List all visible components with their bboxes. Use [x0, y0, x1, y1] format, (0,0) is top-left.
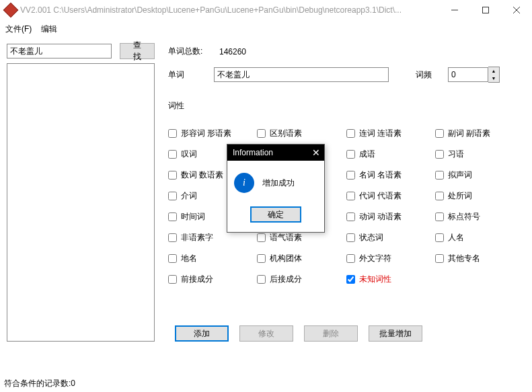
pos-checkbox[interactable]: 人名 [435, 232, 519, 243]
pos-checkbox[interactable]: 地名 [168, 253, 252, 264]
pos-checkbox[interactable]: 机构团体 [257, 253, 340, 264]
pos-checkbox-label: 动词 动语素 [359, 211, 402, 223]
pos-checkbox-label: 叹词 [181, 149, 197, 160]
titlebar: VV2.001 C:\Users\Administrator\Desktop\L… [0, 0, 532, 20]
window-buttons [439, 0, 532, 20]
pos-checkbox-label: 外文字符 [359, 253, 391, 264]
pos-checkbox[interactable]: 动词 动语素 [346, 211, 430, 223]
pos-grid: 形容词 形语素区别语素连词 连语素副词 副语素叹词方位语素成语习语数词 数语素x… [168, 128, 519, 285]
pos-checkbox-label: 未知词性 [359, 274, 391, 285]
pos-checkbox[interactable]: 区别语素 [257, 128, 340, 139]
pos-checkbox-label: 介词 [181, 190, 197, 202]
pos-checkbox-input[interactable] [257, 233, 266, 242]
batch-add-button[interactable]: 批量增加 [369, 325, 422, 342]
pos-checkbox[interactable]: 其他专名 [435, 253, 519, 264]
pos-checkbox[interactable]: 习语 [435, 149, 519, 160]
word-input[interactable] [214, 67, 389, 82]
pos-checkbox[interactable]: 状态词 [346, 232, 430, 243]
pos-checkbox-input[interactable] [168, 129, 177, 138]
pos-checkbox-label: 名词 名语素 [359, 169, 402, 181]
left-panel: 查找 [7, 43, 155, 342]
pos-checkbox-input[interactable] [435, 171, 444, 180]
info-icon: i [234, 173, 254, 193]
pos-checkbox[interactable]: 代词 代语素 [346, 190, 430, 202]
pos-checkbox-input[interactable] [168, 192, 177, 200]
dialog-message: 增加成功 [262, 178, 295, 189]
total-value: 146260 [214, 47, 246, 56]
menubar: 文件(F) 编辑 [0, 20, 532, 38]
menu-file[interactable]: 文件(F) [5, 24, 32, 35]
pos-checkbox-input[interactable] [435, 212, 444, 221]
pos-checkbox-input[interactable] [435, 129, 444, 138]
freq-up-button[interactable]: ▲ [488, 67, 499, 75]
pos-checkbox-label: 代词 代语素 [359, 190, 402, 202]
modify-button[interactable]: 修改 [239, 325, 293, 342]
minimize-button[interactable] [439, 0, 470, 20]
pos-checkbox-label: 后接成分 [270, 274, 302, 285]
pos-checkbox[interactable]: 连词 连语素 [346, 128, 430, 139]
pos-checkbox[interactable]: 副词 副语素 [435, 128, 519, 139]
dialog-close-icon[interactable]: ✕ [312, 147, 320, 158]
pos-checkbox-label: 连词 连语素 [359, 128, 402, 139]
pos-checkbox[interactable]: 名词 名语素 [346, 169, 430, 181]
pos-checkbox[interactable]: 标点符号 [435, 211, 519, 223]
pos-checkbox-label: 时间词 [181, 211, 205, 223]
pos-checkbox[interactable]: 未知词性 [346, 274, 430, 285]
pos-section-label: 词性 [168, 100, 519, 112]
menu-edit[interactable]: 编辑 [41, 24, 57, 35]
pos-checkbox[interactable]: 前接成分 [168, 274, 252, 285]
pos-checkbox[interactable]: 外文字符 [346, 253, 430, 264]
pos-checkbox-input[interactable] [346, 192, 355, 200]
pos-checkbox-label: 区别语素 [270, 128, 302, 139]
svg-rect-1 [483, 7, 489, 13]
pos-checkbox[interactable]: 非语素字 [168, 232, 252, 243]
add-button[interactable]: 添加 [175, 325, 229, 342]
pos-checkbox-input[interactable] [168, 275, 177, 284]
pos-checkbox-input[interactable] [168, 150, 177, 159]
dialog-ok-button[interactable]: 确定 [250, 206, 301, 223]
pos-checkbox-label: 副词 副语素 [448, 128, 490, 139]
pos-checkbox-input[interactable] [346, 275, 355, 284]
freq-label: 词频 [416, 69, 448, 81]
pos-checkbox[interactable]: 处所词 [435, 190, 519, 202]
pos-checkbox-input[interactable] [435, 192, 444, 200]
pos-checkbox-input[interactable] [435, 233, 444, 242]
pos-checkbox-input[interactable] [346, 212, 355, 221]
pos-checkbox-label: 地名 [181, 253, 197, 264]
freq-input[interactable] [448, 67, 488, 82]
pos-checkbox-input[interactable] [346, 254, 355, 263]
pos-checkbox-label: 机构团体 [270, 253, 302, 264]
pos-checkbox[interactable]: 拟声词 [435, 169, 519, 181]
search-input[interactable] [7, 44, 112, 58]
pos-checkbox-input[interactable] [257, 254, 266, 263]
total-label: 单词总数: [168, 46, 214, 57]
info-dialog: Information ✕ i 增加成功 确定 [227, 144, 325, 233]
results-listbox[interactable] [7, 63, 155, 342]
pos-checkbox[interactable]: 成语 [346, 149, 430, 160]
pos-checkbox-input[interactable] [168, 212, 177, 221]
close-button[interactable] [501, 0, 532, 20]
pos-checkbox-label: 处所词 [448, 190, 472, 202]
pos-checkbox-input[interactable] [257, 129, 266, 138]
pos-checkbox-label: 拟声词 [448, 169, 472, 181]
pos-checkbox-input[interactable] [435, 254, 444, 263]
pos-checkbox-input[interactable] [346, 171, 355, 180]
pos-checkbox-input[interactable] [435, 150, 444, 159]
maximize-button[interactable] [470, 0, 501, 20]
pos-checkbox-input[interactable] [168, 254, 177, 263]
pos-checkbox-label: 数词 数语素 [181, 169, 223, 181]
pos-checkbox-input[interactable] [346, 129, 355, 138]
pos-checkbox-input[interactable] [168, 171, 177, 180]
search-button[interactable]: 查找 [120, 43, 155, 59]
pos-checkbox-input[interactable] [346, 150, 355, 159]
delete-button[interactable]: 删除 [304, 325, 358, 342]
pos-checkbox-input[interactable] [257, 275, 266, 284]
pos-checkbox-label: 人名 [448, 232, 464, 243]
pos-checkbox-input[interactable] [346, 233, 355, 242]
pos-checkbox-label: 成语 [359, 149, 375, 160]
pos-checkbox[interactable]: 形容词 形语素 [168, 128, 252, 139]
pos-checkbox[interactable]: 语气语素 [257, 232, 340, 243]
freq-down-button[interactable]: ▼ [488, 75, 499, 82]
pos-checkbox-input[interactable] [168, 233, 177, 242]
pos-checkbox[interactable]: 后接成分 [257, 274, 340, 285]
